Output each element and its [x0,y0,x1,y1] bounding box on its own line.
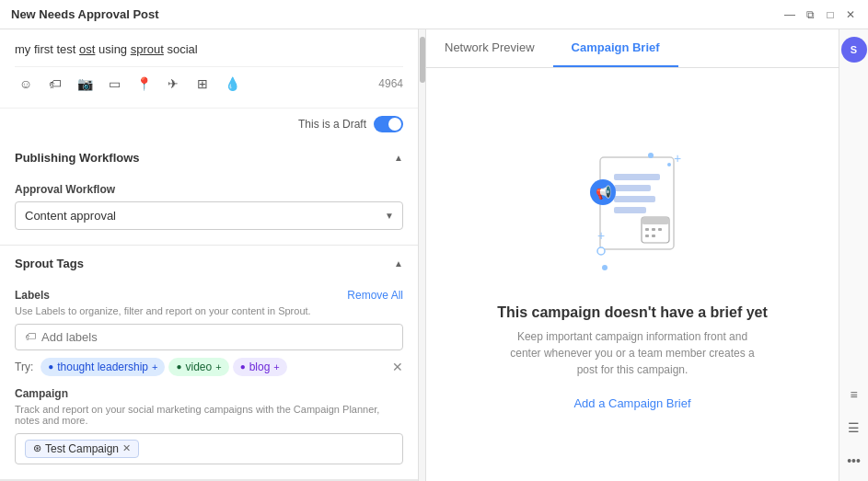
tag-dot-purple: ● [240,361,246,372]
approval-workflow-label: Approval Workflow [15,183,403,196]
sidebar-more-icon[interactable]: ••• [841,448,867,474]
maximize-button[interactable]: □ [824,8,837,21]
svg-rect-9 [658,228,662,231]
grid-icon[interactable]: ⊞ [191,73,214,95]
svg-rect-10 [645,235,649,237]
main-layout: my first test ost using sprout social ☺ … [0,29,868,481]
left-panel: my first test ost using sprout social ☺ … [0,29,419,481]
draft-label: This is a Draft [298,118,366,131]
tags-try-row: Try: ● thought leadership + ● video + ● … [15,358,403,376]
title-bar: New Needs Approval Post — ⧉ □ ✕ [0,0,868,29]
publishing-workflows-section: Publishing Workflows ▲ Approval Workflow… [0,140,418,246]
publishing-workflows-title: Publishing Workflows [15,151,140,165]
tag-chip-blog[interactable]: ● blog + [233,358,287,376]
photo-icon[interactable]: 📷 [74,73,96,95]
label-input[interactable] [41,330,393,344]
tag-chip-video[interactable]: ● video + [168,358,228,376]
post-text-section: my first test ost using sprout social ☺ … [0,29,418,109]
post-text-part3: social [164,42,198,56]
char-count: 4964 [378,77,403,90]
svg-rect-2 [614,185,651,191]
post-text-sprout: sprout [131,42,164,56]
tag-label-blog: blog [249,361,271,373]
comment-icon[interactable]: ▭ [103,73,125,95]
svg-point-19 [602,265,608,270]
label-search-icon: 🏷 [25,330,36,343]
minimize-button[interactable]: — [783,8,796,21]
campaign-illustration: 📢 + + [550,139,715,286]
svg-rect-7 [645,228,649,231]
right-sidebar: S ≡ ☰ ••• [839,29,868,481]
tab-network-preview[interactable]: Network Preview [426,29,553,67]
tag-dot-blue: ● [48,361,53,372]
left-scrollbar[interactable] [419,29,426,481]
window-controls: — ⧉ □ ✕ [783,8,857,21]
left-scroll-thumb [420,37,425,83]
user-avatar[interactable]: S [841,37,867,63]
svg-text:+: + [674,151,681,166]
sprout-tags-section: Sprout Tags ▲ Labels Remove All Use Labe… [0,246,418,480]
add-campaign-brief-button[interactable]: Add a Campaign Brief [573,396,690,410]
svg-point-18 [597,247,605,255]
campaign-chip-wrapper: ⊛ Test Campaign ✕ [15,433,403,464]
publishing-workflows-body: Approval Workflow Content approval Legal… [0,176,418,245]
svg-rect-3 [614,196,655,202]
tab-campaign-brief[interactable]: Campaign Brief [553,29,678,67]
location-icon[interactable]: 📍 [133,73,155,95]
campaign-chip-label: Test Campaign [45,442,119,455]
svg-point-14 [648,153,654,158]
right-panel: Network Preview Campaign Brief [426,29,839,481]
labels-field-label: Labels [15,289,50,302]
svg-rect-8 [652,228,655,231]
campaign-chip-icon: ⊛ [33,442,41,454]
window-title: New Needs Approval Post [11,7,159,21]
tag-dot-green: ● [176,361,181,372]
remove-all-link[interactable]: Remove All [347,289,403,302]
sprout-tags-chevron: ▲ [394,258,403,269]
campaign-chip-test: ⊛ Test Campaign ✕ [25,440,139,458]
approval-select-wrapper: Content approval Legal review Executive … [15,201,403,230]
campaign-brief-content: 📢 + + This campaign doesn't have a brief… [426,68,839,481]
formatting-toolbar: ☺ 🏷 📷 ▭ 📍 ✈ ⊞ 💧 4964 [15,66,403,100]
try-label: Try: [15,361,33,373]
sidebar-menu-icon[interactable]: ☰ [841,415,867,441]
svg-point-15 [667,163,671,166]
tag-chip-thought-leadership[interactable]: ● thought leadership + [41,358,165,376]
emoji-icon[interactable]: ☺ [15,73,37,95]
label-input-wrapper: 🏷 [15,324,403,350]
tag-label-thought: thought leadership [57,361,148,373]
svg-text:📢: 📢 [596,185,612,200]
post-text-part2: using [95,42,130,56]
tag-plus-video: + [215,361,221,372]
draft-toggle-row: This is a Draft [0,109,418,140]
svg-rect-6 [642,217,669,224]
tag-icon[interactable]: 🏷 [44,73,66,95]
svg-rect-1 [614,174,660,180]
sprout-tags-title: Sprout Tags [15,257,84,270]
campaign-empty-description: Keep important campaign information fron… [503,328,761,378]
sprout-tags-header[interactable]: Sprout Tags ▲ [0,246,418,281]
tag-plus-thought: + [152,361,157,372]
drop-icon[interactable]: 💧 [221,73,243,95]
post-text-ost: ost [79,42,95,56]
restore-button[interactable]: ⧉ [804,8,816,21]
tags-clear-icon[interactable]: ✕ [392,360,403,374]
campaign-empty-title: This campaign doesn't have a brief yet [497,304,768,321]
link-icon[interactable]: ✈ [162,73,184,95]
close-button[interactable]: ✕ [844,8,857,21]
campaign-description: Track and report on your social marketin… [15,404,403,426]
approval-workflow-select[interactable]: Content approval Legal review Executive … [15,201,403,230]
campaign-chip-remove[interactable]: ✕ [122,442,131,454]
post-text-part1: my first test [15,42,79,56]
sidebar-lines-icon[interactable]: ≡ [841,382,867,407]
publishing-workflows-header[interactable]: Publishing Workflows ▲ [0,140,418,176]
tag-plus-blog: + [273,361,279,372]
right-tabs: Network Preview Campaign Brief [426,29,839,68]
post-text: my first test ost using sprout social [15,40,403,59]
svg-text:+: + [597,228,605,243]
draft-toggle[interactable] [374,116,403,132]
campaign-label: Campaign [15,387,403,400]
sprout-tags-body: Labels Remove All Use Labels to organize… [0,281,418,479]
publishing-workflows-chevron: ▲ [394,153,403,163]
tag-label-video: video [186,361,213,373]
